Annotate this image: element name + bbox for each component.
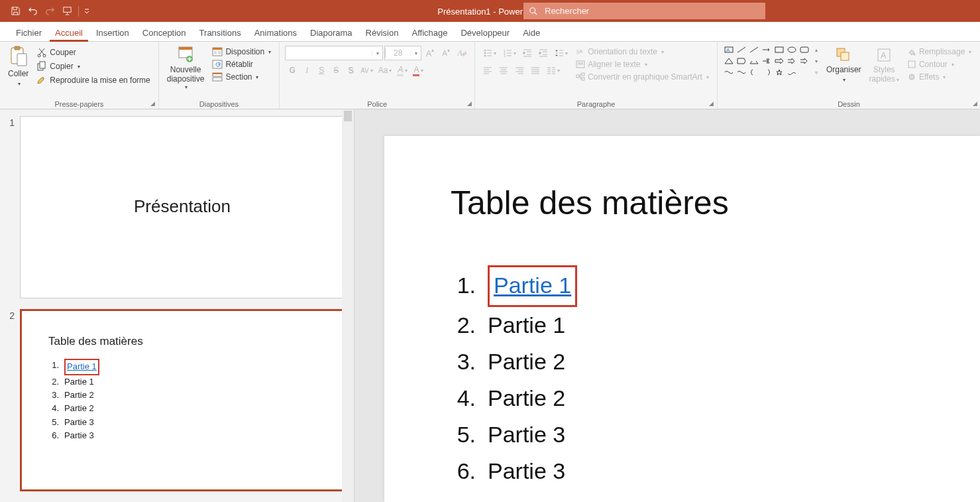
group-slides: Nouvelle diapositive▾ Disposition▾ Rétab… <box>159 42 280 109</box>
group-paragraph: ▾ 123▾ ▾ ▾ ||AOrientation du texte▾ Alig… <box>475 42 718 109</box>
bullets-button: ▾ <box>480 46 499 60</box>
tab-animations[interactable]: Animations <box>248 24 303 41</box>
cut-button[interactable]: Couper <box>34 46 152 59</box>
svg-rect-0 <box>63 7 70 13</box>
group-label: Dessin <box>723 99 975 109</box>
font-highlight-button: A▾ <box>394 63 410 78</box>
clear-formatting-icon: A𝜙 <box>455 46 469 60</box>
svg-rect-4 <box>17 54 27 66</box>
svg-rect-3 <box>15 46 20 50</box>
dialog-launcher-icon[interactable]: ◢ <box>149 99 157 107</box>
thumbnail-1[interactable]: 1 Présentation <box>0 109 354 302</box>
group-clipboard: Coller▾ Couper Copier▾ Reproduire la mis… <box>0 42 159 109</box>
reset-button[interactable]: Rétablir <box>209 58 274 70</box>
section-button[interactable]: Section▾ <box>209 71 274 83</box>
svg-text:A: A <box>881 50 887 60</box>
slide-content-list[interactable]: 1.Partie 12.Partie 13.Partie 24.Partie 2… <box>451 265 577 489</box>
group-font: ▾ 28▾ A▴ A▾ A𝜙 G I S S S AV▾ Aa▾ A▾ A▾ <box>280 42 475 109</box>
increase-indent-button <box>536 46 551 60</box>
tab-developpeur[interactable]: Développeur <box>454 24 516 41</box>
columns-button: ▾ <box>544 63 563 78</box>
dialog-launcher-icon[interactable]: ◢ <box>708 99 716 107</box>
align-right-button <box>512 63 527 78</box>
svg-rect-14 <box>214 51 217 54</box>
tab-conception[interactable]: Conception <box>136 24 193 41</box>
svg-point-21 <box>484 52 486 54</box>
format-painter-button[interactable]: Reproduire la mise en forme <box>34 74 152 87</box>
shape-fill-button: Remplissage▾ <box>904 46 974 58</box>
list-item[interactable]: 2.Partie 1 <box>451 307 577 344</box>
svg-rect-16 <box>213 60 222 68</box>
ribbon: Coller▾ Couper Copier▾ Reproduire la mis… <box>0 42 980 109</box>
svg-point-42 <box>909 74 914 80</box>
align-left-button <box>480 63 495 78</box>
tab-diaporama[interactable]: Diaporama <box>303 24 359 41</box>
tab-accueil[interactable]: Accueil <box>48 24 89 41</box>
search-box[interactable] <box>523 3 765 19</box>
arrange-button[interactable]: Organiser▾ <box>824 44 864 84</box>
group-label: Paragraphe <box>480 99 712 109</box>
copy-button[interactable]: Copier▾ <box>34 60 152 73</box>
titlebar: Présentation1 - PowerPoint <box>0 0 980 22</box>
slideshow-icon[interactable] <box>58 3 76 20</box>
paste-button[interactable]: Coller▾ <box>5 44 31 88</box>
font-size-combo[interactable]: 28▾ <box>384 46 421 60</box>
list-item[interactable]: 3.Partie 2 <box>451 344 577 380</box>
list-item[interactable]: 4.Partie 2 <box>451 380 577 416</box>
quick-access-toolbar <box>0 3 92 20</box>
quick-styles-button: A Styles rapides▾ <box>867 44 902 84</box>
svg-text:3: 3 <box>504 54 506 58</box>
svg-rect-41 <box>908 61 915 68</box>
tab-affichage[interactable]: Affichage <box>405 24 454 41</box>
justify-button <box>528 63 543 78</box>
slide-canvas-area[interactable]: Table des matières 1.Partie 12.Partie 13… <box>354 109 980 502</box>
shapes-scroll[interactable]: ▴▾▿ <box>812 44 821 78</box>
hyperlink[interactable]: Partie 1 <box>494 273 571 298</box>
font-family-combo[interactable]: ▾ <box>285 46 383 60</box>
qat-dropdown-icon[interactable] <box>82 3 92 20</box>
shape-effects-button: Effets▾ <box>904 71 974 83</box>
svg-rect-19 <box>213 73 222 74</box>
separator <box>78 6 79 17</box>
list-item[interactable]: 6.Partie 3 <box>451 453 577 489</box>
workspace: 1 Présentation 2 Table des matières 1.Pa… <box>0 109 980 502</box>
line-spacing-button: ▾ <box>552 46 571 60</box>
tab-transitions[interactable]: Transitions <box>193 24 248 41</box>
thumbnail-scrollbar[interactable] <box>342 109 354 502</box>
search-input[interactable] <box>545 6 760 16</box>
svg-rect-33 <box>775 47 783 52</box>
tab-insertion[interactable]: Insertion <box>89 24 136 41</box>
svg-rect-18 <box>213 78 222 81</box>
underline-button: S <box>314 63 329 78</box>
tab-revision[interactable]: Révision <box>359 24 406 41</box>
group-label: Presse-papiers <box>5 99 153 109</box>
new-slide-button[interactable]: Nouvelle diapositive▾ <box>164 44 207 90</box>
smartart-button: Convertir en graphique SmartArt▾ <box>573 71 712 83</box>
change-case-button: Aa▾ <box>376 63 395 78</box>
decrease-font-icon: A▾ <box>439 46 453 60</box>
decrease-indent-button <box>520 46 535 60</box>
shapes-gallery[interactable]: A <box>723 44 821 78</box>
svg-rect-29 <box>582 73 584 76</box>
dialog-launcher-icon[interactable]: ◢ <box>971 99 979 107</box>
slide-title[interactable]: Table des matières <box>451 184 729 222</box>
list-item[interactable]: 5.Partie 3 <box>451 416 577 453</box>
svg-point-1 <box>530 7 535 13</box>
align-center-button <box>496 63 511 78</box>
text-direction-button: ||AOrientation du texte▾ <box>573 46 712 58</box>
font-color-button: A▾ <box>410 63 426 78</box>
layout-button[interactable]: Disposition▾ <box>209 46 274 58</box>
slide[interactable]: Table des matières 1.Partie 12.Partie 13… <box>384 136 980 502</box>
list-item[interactable]: 1.Partie 1 <box>451 265 577 307</box>
search-icon <box>529 7 538 16</box>
save-icon[interactable] <box>7 3 24 20</box>
strike-button: S <box>329 63 343 78</box>
svg-text:||A: ||A <box>576 48 583 54</box>
thumbnail-2[interactable]: 2 Table des matières 1.Partie 12.Partie … <box>0 302 354 495</box>
tab-fichier[interactable]: Fichier <box>9 24 48 41</box>
tab-aide[interactable]: Aide <box>516 24 547 41</box>
redo-icon <box>41 3 58 20</box>
undo-icon[interactable] <box>24 3 41 20</box>
dialog-launcher-icon[interactable]: ◢ <box>465 99 473 107</box>
svg-point-34 <box>788 47 796 52</box>
